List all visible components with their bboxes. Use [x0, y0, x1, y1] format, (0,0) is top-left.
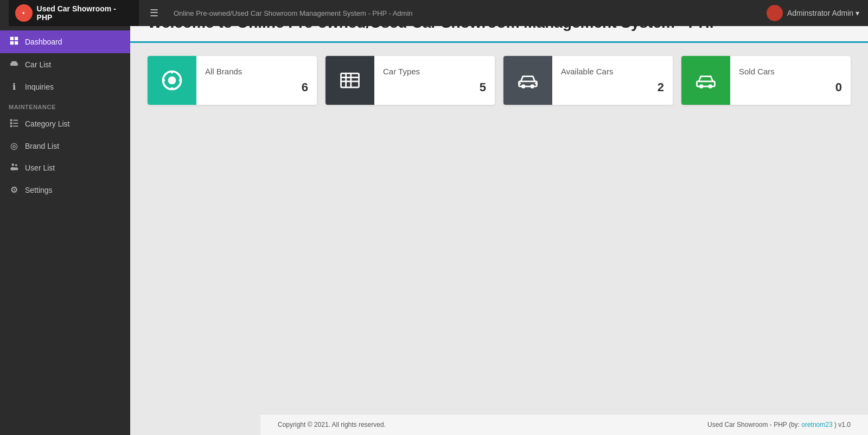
card-available-cars-body: Available Cars 2: [552, 56, 673, 105]
navbar-title: Online Pre-owned/Used Car Showroom Manag…: [174, 9, 413, 17]
card-all-brands-label: All Brands: [205, 67, 308, 76]
inquiries-label: Inquiries: [25, 83, 54, 91]
svg-rect-19: [341, 74, 359, 88]
user-list-label: User List: [25, 163, 55, 172]
dashboard-label: Dashboard: [25, 37, 62, 46]
svg-rect-8: [10, 122, 12, 124]
svg-point-14: [15, 164, 17, 166]
svg-rect-9: [10, 125, 12, 128]
top-navbar: Used Car Showroom - PHP ☰ Online Pre-own…: [0, 0, 868, 26]
dashboard-cards: All Brands 6 Car Types 5: [148, 56, 851, 105]
svg-point-18: [168, 77, 176, 85]
svg-point-13: [12, 163, 15, 166]
sidebar-menu: Dashboard Car List ℹ Inquiries Maintenan…: [0, 26, 130, 435]
sidebar-item-car-list[interactable]: Car List: [0, 53, 130, 76]
hamburger-menu[interactable]: ☰: [150, 7, 158, 19]
svg-point-16: [14, 167, 18, 170]
card-sold-cars-count: 0: [739, 80, 842, 94]
sidebar-item-user-list[interactable]: User List: [0, 156, 130, 179]
car-list-icon: [9, 59, 20, 71]
app-logo: Used Car Showroom - PHP: [9, 0, 139, 26]
navbar-left: Used Car Showroom - PHP ☰ Online Pre-own…: [9, 0, 413, 26]
sidebar-item-settings[interactable]: ⚙ Settings: [0, 179, 130, 200]
svg-rect-3: [10, 37, 14, 40]
settings-label: Settings: [25, 186, 53, 194]
footer-credit-end: ) v1.0: [833, 421, 851, 428]
footer-credit: Used Car Showroom - PHP (by: oretnom23 )…: [707, 421, 851, 428]
brand-list-label: Brand List: [25, 142, 59, 150]
svg-point-25: [521, 85, 525, 89]
footer: Copyright © 2021. All rights reserved. U…: [260, 414, 868, 435]
svg-point-1: [771, 8, 778, 14]
svg-rect-10: [13, 120, 18, 121]
navbar-right: Adminstrator Admin ▾: [767, 5, 859, 21]
card-all-brands-body: All Brands 6: [196, 56, 317, 105]
footer-credit-link[interactable]: oretnom23: [801, 421, 832, 428]
brand-list-icon: ◎: [9, 141, 20, 151]
sidebar-item-category-list[interactable]: Category List: [0, 112, 130, 135]
card-car-types-count: 5: [383, 80, 486, 94]
svg-point-29: [709, 85, 712, 89]
main-content: Welcome to Online Pre-owned/Used Car Sho…: [130, 0, 868, 435]
card-available-cars[interactable]: Available Cars 2: [503, 56, 673, 105]
sidebar-item-brand-list[interactable]: ◎ Brand List: [0, 135, 130, 156]
settings-icon: ⚙: [9, 185, 20, 195]
footer-credit-static: Used Car Showroom - PHP (by:: [707, 421, 801, 428]
admin-name[interactable]: Adminstrator Admin ▾: [787, 9, 859, 17]
user-list-icon: [9, 162, 20, 174]
sidebar: Dashboard Car List ℹ Inquiries Maintenan…: [0, 26, 130, 435]
avatar: [767, 5, 783, 21]
category-list-icon: [9, 118, 20, 130]
card-all-brands-count: 6: [205, 80, 308, 94]
svg-point-28: [699, 85, 703, 89]
svg-rect-4: [15, 37, 18, 40]
card-car-types-body: Car Types 5: [374, 56, 495, 105]
card-car-types[interactable]: Car Types 5: [326, 56, 495, 105]
svg-rect-11: [13, 123, 18, 124]
category-list-label: Category List: [25, 119, 69, 128]
svg-rect-7: [10, 119, 12, 122]
app-logo-icon: [15, 4, 33, 22]
sidebar-item-dashboard[interactable]: Dashboard: [0, 30, 130, 53]
card-all-brands[interactable]: All Brands 6: [148, 56, 317, 105]
card-available-cars-count: 2: [561, 80, 664, 94]
card-all-brands-icon-box: [148, 56, 196, 105]
card-available-cars-icon-box: [503, 56, 552, 105]
card-sold-cars[interactable]: Sold Cars 0: [681, 56, 851, 105]
card-car-types-icon-box: [326, 56, 374, 105]
svg-rect-5: [10, 41, 14, 45]
svg-point-26: [531, 85, 534, 89]
sidebar-item-inquiries[interactable]: ℹ Inquiries: [0, 76, 130, 97]
svg-rect-12: [13, 125, 18, 127]
card-car-types-label: Car Types: [383, 67, 486, 76]
maintenance-section-label: Maintenance: [0, 97, 130, 112]
dashboard-icon: [9, 36, 20, 48]
card-sold-cars-body: Sold Cars 0: [730, 56, 851, 105]
inquiries-icon: ℹ: [9, 81, 20, 92]
app-logo-text: Used Car Showroom - PHP: [37, 4, 132, 22]
card-sold-cars-label: Sold Cars: [739, 67, 842, 76]
car-list-label: Car List: [25, 60, 51, 69]
svg-point-2: [770, 15, 780, 21]
card-sold-cars-icon-box: [681, 56, 730, 105]
page-body: All Brands 6 Car Types 5: [130, 43, 868, 414]
card-available-cars-label: Available Cars: [561, 67, 664, 76]
svg-rect-6: [15, 41, 18, 45]
footer-copyright: Copyright © 2021. All rights reserved.: [278, 421, 386, 428]
